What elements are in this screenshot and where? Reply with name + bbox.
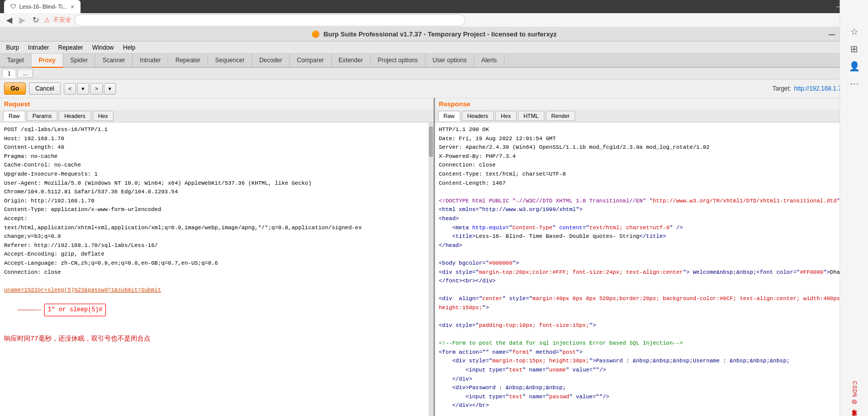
browser-tab[interactable]: 🛡 Less-16- Blind- Ti... ✕ (4, 0, 81, 13)
req-tab-raw[interactable]: Raw (3, 111, 25, 121)
tab-label: Less-16- Blind- Ti... (19, 4, 67, 10)
target-prefix: Target: (772, 85, 791, 92)
toolbar: Go Cancel < ▾ > ▾ Target: http://192.168… (0, 79, 868, 98)
right-sidebar: ☆ ⊞ 👤 ⋯ CSDN @专业划水选手 (840, 0, 868, 416)
burp-title-bar: 🟠 Burp Suite Professional v1.7.37 - Temp… (0, 27, 868, 41)
next-dropdown[interactable]: ▾ (104, 83, 116, 95)
html-tag: <html xmlns="http://www.w3.org/1999/xhtm… (439, 206, 583, 213)
tab-close-icon[interactable]: ✕ (70, 4, 74, 10)
main-panels: Request Raw Params Headers Hex POST /sql… (0, 98, 868, 416)
tab-repeater[interactable]: Repeater (168, 54, 208, 67)
response-text[interactable]: HTTP/1.1 200 OK Date: Fri, 19 Aug 2022 1… (435, 122, 863, 416)
user-icon[interactable]: 👤 (849, 61, 860, 72)
sub-tab-more[interactable]: ... (17, 69, 33, 78)
request-title: Request (0, 98, 433, 110)
req-tab-hex[interactable]: Hex (93, 111, 114, 121)
input-uname: <input type="text" name="uname" value=""… (465, 367, 606, 373)
tab-scanner[interactable]: Scanner (95, 54, 133, 67)
div-username: <div style="margin-top:15px; height:30px… (452, 358, 790, 364)
title-content: Less-16- Blind- Time Based- Double quote… (476, 233, 639, 239)
csdn-watermark: CSDN @专业划水选手 (851, 381, 858, 412)
request-scrollbar[interactable] (428, 122, 433, 416)
tab-proxy[interactable]: Proxy (31, 54, 63, 68)
tab-spider[interactable]: Spider (63, 54, 96, 67)
menu-help[interactable]: Help (119, 43, 140, 52)
div-welcome: <div style="margin-top:20px;color:#FFF; … (439, 269, 830, 275)
tab-extender[interactable]: Extender (332, 54, 371, 67)
more-icon[interactable]: ⋯ (850, 78, 859, 89)
forward-button[interactable]: ▶ (17, 13, 27, 27)
burp-minimize[interactable]: — (825, 30, 838, 38)
go-button[interactable]: Go (4, 82, 26, 95)
menu-window[interactable]: Window (88, 43, 118, 52)
next-button[interactable]: > (90, 83, 102, 95)
head-close: </head> (439, 242, 462, 248)
tab-intruder[interactable]: Intruder (133, 54, 168, 67)
sub-tab-1[interactable]: 1 (2, 69, 16, 78)
request-text[interactable]: POST /sql-labs/Less-16/HTTP/1.1 Host: 19… (0, 122, 428, 416)
request-scrollbar-thumb[interactable] (429, 127, 433, 157)
resp-tab-hex[interactable]: Hex (495, 111, 517, 121)
tab-target[interactable]: Target (0, 54, 31, 67)
req-tab-headers[interactable]: Headers (59, 111, 91, 121)
form-tag: <form action="" name="form1" method="pos… (439, 349, 583, 355)
tab-user-options[interactable]: User options (425, 54, 474, 67)
browser-window: 🛡 Less-16- Blind- Ti... ✕ — □ ✕ ◀ ▶ ↻ ⚠ … (0, 0, 868, 416)
title-tag: <title> (452, 233, 476, 239)
menu-intruder[interactable]: Intruder (24, 43, 53, 52)
menu-burp[interactable]: Burp (2, 43, 23, 52)
highlighted-payload: uname=1%22or+sleep(5)%23&passwd=1&submit… (4, 287, 161, 293)
back-button[interactable]: ◀ (4, 13, 14, 27)
refresh-button[interactable]: ↻ (30, 13, 41, 27)
main-tab-bar: Target Proxy Spider Scanner Intruder Rep… (0, 54, 868, 68)
warning-label: 不安全 (53, 16, 71, 24)
tab-sequencer[interactable]: Sequencer (208, 54, 252, 67)
div-center: <div align="center" style="margin:40px 0… (439, 296, 844, 302)
star-icon[interactable]: ☆ (850, 26, 858, 37)
arrow-icon: ——————→ (4, 307, 41, 313)
response-content: HTTP/1.1 200 OK Date: Fri, 19 Aug 2022 1… (435, 122, 869, 416)
request-tab-bar: Raw Params Headers Hex (0, 110, 433, 122)
doctype-line: <!DOCTYPE html PUBLIC "-//W3C//DTD XHTML… (439, 198, 653, 204)
div-password: <div>Password : &nbsp;&nbsp;&nbsp; (452, 385, 566, 391)
address-bar[interactable] (74, 14, 465, 26)
resp-tab-headers[interactable]: Headers (462, 111, 494, 121)
burp-application: 🟠 Burp Suite Professional v1.7.37 - Temp… (0, 27, 868, 416)
response-title: Response (435, 98, 869, 110)
tab-decoder[interactable]: Decoder (252, 54, 290, 67)
prev-button[interactable]: < (64, 83, 76, 95)
comment-form: <!--Form to post the data for sql inject… (439, 340, 683, 346)
menu-repeater[interactable]: Repeater (54, 43, 87, 52)
req-tab-params[interactable]: Params (27, 111, 57, 121)
request-panel: Request Raw Params Headers Hex POST /sql… (0, 98, 435, 416)
burp-title: Burp Suite Professional v1.7.37 - Tempor… (324, 30, 557, 38)
tab-comparer[interactable]: Comparer (290, 54, 331, 67)
security-warning-icon: ⚠ (44, 16, 50, 24)
sub-tab-bar: 1 ... (0, 68, 868, 79)
head-tag: <head> (439, 216, 459, 222)
target-url[interactable]: http://192.168.1.70 (794, 85, 845, 92)
request-content: POST /sql-labs/Less-16/HTTP/1.1 Host: 19… (0, 122, 433, 416)
meta-tag: <meta http-equiv="Content-Type" content=… (452, 225, 683, 231)
resp-tab-render[interactable]: Render (546, 111, 575, 121)
input-passwd: <input type="text" name="passwd" value="… (465, 394, 609, 400)
div-center-h: height:150px;"> (439, 305, 489, 311)
annotation-bubble: 1" or sleep(5)# (44, 304, 106, 316)
layout-icon[interactable]: ⊞ (850, 44, 858, 55)
tab-project-options[interactable]: Project options (371, 54, 425, 67)
resp-tab-html[interactable]: HTML (518, 111, 544, 121)
title-close: </title> (640, 233, 666, 239)
chinese-annotation: 响应时间77毫秒，还没休眠，双引号也不是闭合点 (4, 335, 150, 343)
doctype-url: http://www.w3.org/TR/xhtml1/DTD/xhtml1-t… (653, 198, 837, 204)
response-panel: Response Raw Headers Hex HTML Render HTT… (435, 98, 869, 416)
browser-tab-bar: 🛡 Less-16- Blind- Ti... ✕ — □ ✕ (0, 0, 868, 13)
browser-nav-bar: ◀ ▶ ↻ ⚠ 不安全 ⊞ (0, 13, 868, 27)
response-tab-bar: Raw Headers Hex HTML Render (435, 110, 869, 122)
div-padding: <div style="padding-top:10px; font-size:… (439, 322, 596, 328)
resp-tab-raw[interactable]: Raw (438, 111, 460, 121)
burp-menu-bar: Burp Intruder Repeater Window Help (0, 41, 868, 54)
tab-alerts[interactable]: Alerts (474, 54, 504, 67)
cancel-button[interactable]: Cancel (29, 82, 61, 95)
body-tag: <body bgcolor="#000000"> (439, 260, 519, 266)
prev-dropdown[interactable]: ▾ (77, 83, 89, 95)
